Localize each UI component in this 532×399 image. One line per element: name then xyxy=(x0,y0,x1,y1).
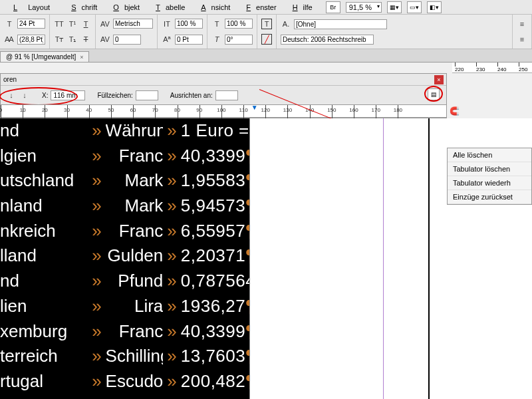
text-frame[interactable]: nd»Währung»1 Euro =¶lgien»Franc»40,3399¶… xyxy=(0,118,249,399)
allcaps-icon[interactable]: TT xyxy=(54,19,65,29)
tab-align-dec-icon[interactable]: ↓ xyxy=(19,90,30,100)
tab-ruler[interactable]: 🧲 01020304050607080901001101201301401501… xyxy=(1,104,446,118)
tab-align-left-icon[interactable]: ↓ xyxy=(6,90,17,100)
table-row: nd»Pfund»0,787564¶ xyxy=(0,269,249,294)
menu-hilfe[interactable]: Hilfe xyxy=(282,3,318,11)
tabs-panel: oren × ↓ ↓ X: Füllzeichen: Ausrichten an… xyxy=(0,73,447,118)
table-row: terreich»Schilling»13,7603¶ xyxy=(0,344,249,369)
menubar: LLayout Schrift Objekt Tabelle Ansicht F… xyxy=(0,0,532,15)
fill-color-icon[interactable]: T xyxy=(261,19,272,29)
align-right-icon[interactable]: ≡ xyxy=(517,34,527,45)
x-position-input[interactable] xyxy=(51,90,85,100)
vscale-icon: IT xyxy=(162,19,172,29)
magnet-icon[interactable]: 🧲 xyxy=(450,106,460,116)
tracking-icon: AV xyxy=(100,34,110,45)
document-tabbar: @ 91 % [Umgewandelt] × xyxy=(0,49,532,63)
strikethrough-icon[interactable]: T xyxy=(80,34,91,45)
leading-input[interactable] xyxy=(17,35,45,45)
document-tab[interactable]: @ 91 % [Umgewandelt] × xyxy=(0,51,89,62)
font-size-input[interactable] xyxy=(17,19,45,29)
table-row: lgien»Franc»40,3399¶ xyxy=(0,144,249,169)
control-toolbar: T Ꜳ TT T¹ T Tᴛ T₁ T AV AV IT xyxy=(0,15,532,49)
table-row: nland»Mark»5,94573¶ xyxy=(0,194,249,219)
vscale-input[interactable] xyxy=(175,19,203,29)
table-row: lien»Lira»1936,27¶ xyxy=(0,294,249,319)
charstyle-icon: A. xyxy=(281,19,291,29)
superscript-icon[interactable]: T¹ xyxy=(67,19,78,29)
table-row: xemburg»Franc»40,3399¶ xyxy=(0,319,249,344)
flyout-item-3[interactable]: Einzüge zurückset xyxy=(448,190,531,204)
leader-input[interactable] xyxy=(136,90,158,100)
panel-flyout-menu: Alle löschenTabulator löschenTabulator w… xyxy=(447,148,532,205)
hscale-input[interactable] xyxy=(225,19,253,29)
bridge-icon[interactable]: Br xyxy=(326,1,340,13)
leading-icon: Ꜳ xyxy=(4,34,15,45)
alignon-input[interactable] xyxy=(215,90,238,100)
kerning-select[interactable] xyxy=(113,19,153,29)
align-left-icon[interactable]: ≡ xyxy=(517,19,527,29)
table-row: utschland»Mark»1,95583¶ xyxy=(0,168,249,194)
zoom-level[interactable]: 91,5 % xyxy=(346,2,382,13)
skew-icon: T xyxy=(211,34,222,45)
table-row: rtugal»Escudo»200,482¶ xyxy=(0,369,249,394)
view-options-icon[interactable]: ▦▾ xyxy=(387,1,402,13)
arrange-icon[interactable]: ◧▾ xyxy=(427,1,442,13)
table-row: anien»Peseta»166,386¶ xyxy=(0,394,249,399)
tracking-input[interactable] xyxy=(113,35,141,45)
alignon-label: Ausrichten an: xyxy=(170,92,213,99)
tab-stop-marker[interactable]: ▼ xyxy=(251,104,258,111)
panel-menu-icon[interactable]: ▤ xyxy=(428,88,440,100)
menu-fenster[interactable]: Fenster xyxy=(235,3,281,11)
tabs-panel-title: oren xyxy=(3,76,17,83)
flyout-item-0[interactable]: Alle löschen xyxy=(448,148,531,162)
language-select[interactable] xyxy=(281,35,374,45)
hscale-icon: T xyxy=(211,19,222,29)
smallcaps-icon[interactable]: Tᴛ xyxy=(54,34,65,45)
stroke-color-icon[interactable]: ╱ xyxy=(261,34,272,45)
skew-input[interactable] xyxy=(225,35,253,45)
table-row: nd»Währung»1 Euro =¶ xyxy=(0,118,249,144)
menu-layout[interactable]: LLayout xyxy=(3,3,61,11)
menu-ansicht[interactable]: Ansicht xyxy=(190,3,235,11)
panel-close-icon[interactable]: × xyxy=(434,75,444,84)
x-label: X: xyxy=(42,92,48,99)
charstyle-select[interactable] xyxy=(294,19,387,29)
frame-edge xyxy=(428,118,430,399)
menu-objekt[interactable]: Objekt xyxy=(102,3,145,11)
subscript-icon[interactable]: T₁ xyxy=(67,34,78,45)
font-size-icon: T xyxy=(4,19,15,29)
flyout-item-2[interactable]: Tabulator wiederh xyxy=(448,176,531,190)
horizontal-ruler: 220230240250 xyxy=(452,63,532,73)
baseline-input[interactable] xyxy=(175,35,203,45)
table-row: nkreich»Franc»6,55957¶ xyxy=(0,219,249,244)
leader-label: Füllzeichen: xyxy=(97,92,132,99)
screen-mode-icon[interactable]: ▭▾ xyxy=(407,1,422,13)
document-tab-title: @ 91 % [Umgewandelt] xyxy=(6,53,76,61)
underline-icon[interactable]: T xyxy=(80,19,91,29)
column-guide xyxy=(383,118,384,399)
baseline-icon: Aª xyxy=(162,34,172,45)
close-icon[interactable]: × xyxy=(80,54,83,61)
kerning-icon: AV xyxy=(100,19,110,29)
table-row: lland»Gulden»2,20371¶ xyxy=(0,243,249,269)
menu-tabelle[interactable]: Tabelle xyxy=(145,3,190,11)
flyout-item-1[interactable]: Tabulator löschen xyxy=(448,162,531,176)
menu-schrift[interactable]: Schrift xyxy=(61,3,102,11)
